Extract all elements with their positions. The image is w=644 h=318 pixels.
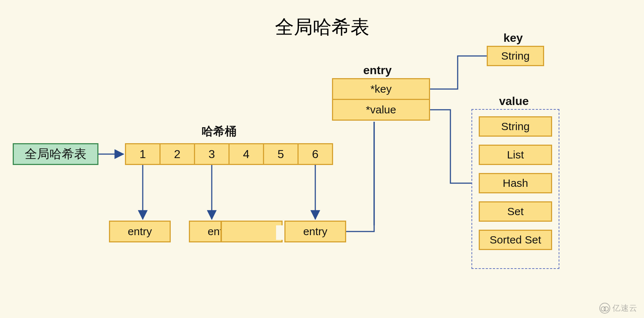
entry-value-cell: *value (332, 99, 430, 121)
entry-box-c-top: entry (284, 221, 346, 242)
watermark-text: 亿速云 (612, 303, 637, 314)
value-box-sortedset: Sorted Set (479, 230, 552, 250)
bucket-cell: 1 (125, 143, 161, 165)
value-box-string: String (479, 116, 552, 137)
value-box-list: List (479, 145, 552, 165)
diagram-title: 全局哈希表 (0, 15, 644, 40)
watermark: 亿速云 (599, 303, 637, 314)
global-hash-table-box: 全局哈希表 (13, 143, 98, 165)
entry-key-cell: *key (332, 78, 430, 100)
entry-struct-label: entry (363, 64, 392, 77)
entry-struct: *key *value (332, 78, 430, 121)
svg-rect-6 (218, 166, 327, 220)
value-box-hash: Hash (479, 173, 552, 193)
cloud-icon (599, 303, 610, 314)
hash-bucket-label: 哈希桶 (202, 124, 236, 140)
bucket-cell: 6 (297, 143, 333, 165)
entry-box-1: entry (109, 221, 171, 242)
key-section-label: key (503, 31, 523, 45)
bucket-cell: 3 (194, 143, 230, 165)
bucket-cell: 2 (159, 143, 195, 165)
bucket-cell: 4 (228, 143, 264, 165)
bucket-row: 1 2 3 4 5 6 (125, 143, 333, 165)
value-section-label: value (499, 94, 529, 108)
key-string-box: String (487, 46, 544, 66)
bucket-cell: 5 (263, 143, 299, 165)
value-box-set: Set (479, 201, 552, 222)
